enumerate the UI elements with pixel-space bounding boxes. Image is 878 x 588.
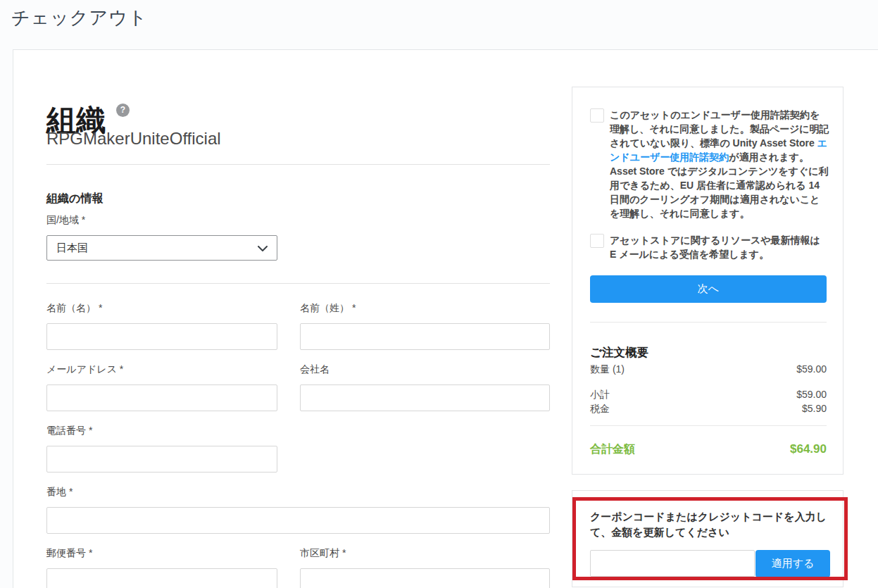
street-address-input[interactable] — [46, 507, 550, 534]
divider — [46, 283, 550, 284]
email-input[interactable] — [46, 384, 277, 411]
country-label: 国/地域 * — [46, 213, 85, 226]
agreement-order-panel: このアセットのエンドユーザー使用許諾契約を理解し、それに同意しました。製品ページ… — [572, 87, 843, 475]
first-name-input[interactable] — [46, 323, 277, 350]
divider — [590, 322, 827, 323]
divider — [46, 164, 550, 165]
summary-row-label: 数量 (1) — [590, 363, 625, 376]
summary-row-amount: $5.90 — [802, 403, 827, 415]
email-label: メールアドレス * — [46, 363, 277, 375]
summary-row-subtotal: 小計 $59.00 — [590, 389, 827, 401]
summary-row-amount: $59.00 — [796, 363, 827, 376]
last-name-input[interactable] — [300, 323, 550, 350]
checkout-page: チェックアウト 組織 ? RPGMakerUniteOfficial 組織の情報… — [0, 0, 878, 588]
org-info-section-title: 組織の情報 — [46, 192, 103, 206]
phone-label: 電話番号 * — [46, 424, 277, 437]
summary-row-tax: 税金 $5.90 — [590, 403, 827, 415]
total-label: 合計金額 — [590, 442, 635, 457]
coupon-panel: クーポンコードまたはクレジットコードを入力して、金額を更新してください 適用する — [572, 490, 843, 587]
coupon-code-input[interactable] — [590, 550, 755, 577]
newsletter-checkbox[interactable] — [590, 234, 604, 248]
cooling-off-text: Asset Store ではデジタルコンテンツをすぐに利用できるため、EU 居住… — [610, 164, 829, 220]
eula-agreement-text: このアセットのエンドユーザー使用許諾契約を理解し、それに同意しました。製品ページ… — [610, 108, 829, 220]
street-address-label: 番地 * — [46, 485, 550, 498]
city-input[interactable] — [300, 568, 550, 588]
coupon-instruction: クーポンコードまたはクレジットコードを入力して、金額を更新してください — [590, 509, 831, 540]
eula-checkbox[interactable] — [590, 108, 604, 123]
summary-row-quantity: 数量 (1) $59.00 — [590, 363, 827, 376]
first-name-label: 名前（名） * — [46, 301, 277, 314]
summary-row-amount: $59.00 — [796, 389, 827, 401]
total-amount: $64.90 — [790, 442, 827, 456]
total-row: 合計金額 $64.90 — [590, 442, 827, 457]
postal-code-input[interactable] — [46, 568, 277, 588]
company-label: 会社名 — [300, 363, 550, 375]
newsletter-text: アセットストアに関するリソースや最新情報は E メールによる受信を希望します。 — [610, 233, 829, 261]
org-name: RPGMakerUniteOfficial — [46, 129, 221, 149]
summary-row-label: 税金 — [590, 403, 610, 415]
summary-row-label: 小計 — [590, 389, 610, 401]
order-summary-title: ご注文概要 — [590, 345, 648, 361]
company-input[interactable] — [300, 384, 550, 411]
phone-input[interactable] — [46, 446, 277, 473]
country-select[interactable]: 日本国 — [46, 235, 277, 261]
postal-code-label: 郵便番号 * — [46, 546, 277, 559]
chevron-down-icon — [258, 242, 268, 254]
country-select-value: 日本国 — [56, 242, 88, 255]
city-label: 市区町村 * — [300, 546, 550, 559]
help-icon[interactable]: ? — [116, 104, 130, 117]
divider — [590, 425, 827, 426]
checkout-card: 組織 ? RPGMakerUniteOfficial 組織の情報 国/地域 * … — [13, 49, 878, 588]
last-name-label: 名前（姓） * — [300, 301, 550, 314]
page-title: チェックアウト — [11, 6, 147, 30]
next-button[interactable]: 次へ — [590, 275, 827, 303]
apply-coupon-button[interactable]: 適用する — [755, 550, 830, 577]
